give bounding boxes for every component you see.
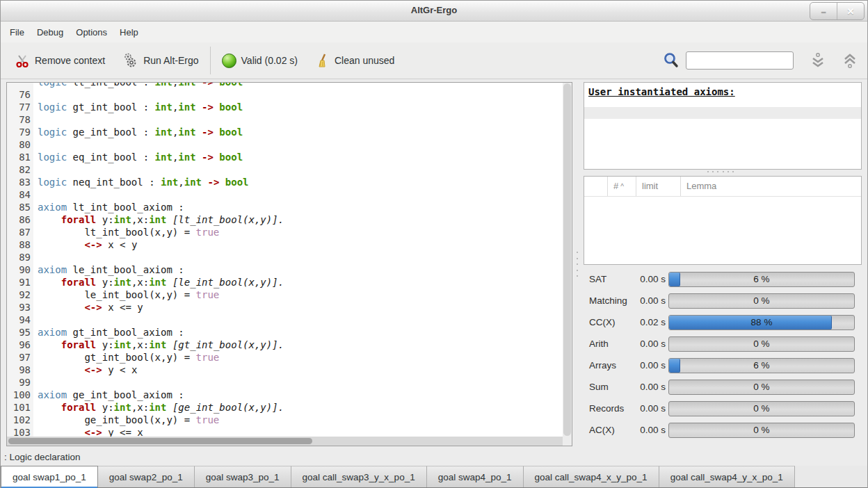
solver-status: Valid (0.02 s) <box>218 49 302 72</box>
line-number: 86 <box>7 213 31 226</box>
editor-vertical-scrollbar[interactable] <box>563 83 572 437</box>
line-number: 90 <box>7 263 31 276</box>
stat-percent: 0 % <box>669 403 854 414</box>
code-line[interactable]: forall y:int,x:int [ge_int_bool(x,y)]. <box>38 401 563 414</box>
broom-icon <box>316 53 330 68</box>
close-button[interactable]: ✕ <box>837 3 864 19</box>
code-area[interactable]: logic lt_int_bool : int,int -> bool logi… <box>33 83 563 437</box>
search-next-icon[interactable] <box>810 52 826 69</box>
line-number: 84 <box>7 188 31 201</box>
tab-goal-swap2_po_1[interactable]: goal swap2_po_1 <box>98 466 195 487</box>
code-line[interactable] <box>38 314 563 326</box>
code-line[interactable]: axiom lt_int_bool_axiom : <box>38 201 563 213</box>
lemma-table: #^ limit Lemma <box>584 176 862 265</box>
tab-goal-call_swap3_y_x_po_1[interactable]: goal call_swap3_y_x_po_1 <box>291 466 427 487</box>
code-line[interactable]: axiom gt_int_bool_axiom : <box>38 326 563 339</box>
tab-goal-swap3_po_1[interactable]: goal swap3_po_1 <box>195 466 291 487</box>
stat-time: 0.00 s <box>634 360 666 371</box>
axioms-empty-row[interactable] <box>584 107 861 119</box>
stat-label: Arith <box>589 339 609 349</box>
stat-time: 0.00 s <box>634 425 666 435</box>
line-number: 94 <box>7 314 31 326</box>
code-line[interactable]: <-> x <= y <box>38 301 563 314</box>
valid-status-label: Valid (0.02 s) <box>241 55 298 66</box>
tab-goal-call_swap4_y_x_po_1[interactable]: goal call_swap4_y_x_po_1 <box>659 466 795 487</box>
stat-label: SAT <box>589 274 606 284</box>
code-line[interactable]: logic eq_int_bool : int,int -> bool <box>38 151 563 163</box>
stat-progressbar: 6 % <box>668 358 855 373</box>
minimize-button[interactable]: – <box>810 3 837 19</box>
vertical-pane-splitter[interactable] <box>577 252 579 277</box>
stat-progressbar: 0 % <box>668 336 855 352</box>
code-line[interactable] <box>38 88 563 101</box>
code-line[interactable]: axiom le_int_bool_axiom : <box>38 263 563 276</box>
code-line[interactable]: gt_int_bool(x,y) = true <box>38 351 563 364</box>
editor-viewport: 7677787980818283848586878889909192939495… <box>7 83 563 437</box>
stat-label: AC(X) <box>589 425 615 435</box>
menu-item-options[interactable]: Options <box>70 24 113 41</box>
code-line[interactable]: forall y:int,x:int [lt_int_bool(x,y)]. <box>38 213 563 226</box>
clean-unused-label: Clean unused <box>335 55 394 66</box>
window-controls: – ✕ <box>810 2 865 20</box>
code-line[interactable] <box>38 163 563 176</box>
code-line[interactable]: <-> y < x <box>38 364 563 376</box>
sort-ascending-icon: ^ <box>620 183 624 190</box>
line-number: 81 <box>7 151 31 163</box>
search-previous-icon[interactable] <box>842 52 858 69</box>
menu-item-file[interactable]: File <box>3 24 31 41</box>
lemma-col-lemma[interactable]: Lemma <box>681 177 861 196</box>
line-number: 79 <box>7 126 31 138</box>
stat-row-arrays: Arrays0.00 s6 % <box>584 355 862 377</box>
code-line[interactable]: logic ge_int_bool : int,int -> bool <box>38 126 563 138</box>
code-line[interactable]: le_int_bool(x,y) = true <box>38 288 563 301</box>
code-line[interactable]: logic neq_int_bool : int,int -> bool <box>38 176 563 188</box>
code-line[interactable]: forall y:int,x:int [gt_int_bool(x,y)]. <box>38 339 563 351</box>
menu-item-debug[interactable]: Debug <box>31 24 70 41</box>
user-axioms-panel[interactable]: User instantiated axioms: <box>584 82 862 170</box>
code-line[interactable]: axiom ge_int_bool_axiom : <box>38 389 563 401</box>
line-number: 103 <box>7 426 31 437</box>
code-line[interactable]: <-> x < y <box>38 238 563 251</box>
code-line[interactable] <box>38 138 563 151</box>
lemma-col-hash[interactable]: #^ <box>608 177 636 196</box>
user-axioms-title: User instantiated axioms: <box>584 83 861 99</box>
run-alt-ergo-button[interactable]: Run Alt-Ergo <box>118 48 202 73</box>
code-line[interactable]: lt_int_bool(x,y) = true <box>38 226 563 238</box>
line-number: 85 <box>7 201 31 213</box>
stat-percent: 6 % <box>669 274 854 284</box>
line-number: 102 <box>7 414 31 426</box>
horizontal-pane-splitter[interactable] <box>707 171 734 172</box>
line-number: 91 <box>7 276 31 288</box>
code-line[interactable] <box>38 251 563 263</box>
code-line[interactable]: logic gt_int_bool : int,int -> bool <box>38 101 563 113</box>
code-line[interactable]: <-> y <= x <box>38 426 563 437</box>
code-line[interactable] <box>38 188 563 201</box>
code-line[interactable]: forall y:int,x:int [le_int_bool(x,y)]. <box>38 276 563 288</box>
code-line[interactable] <box>38 113 563 126</box>
gears-icon <box>122 52 138 69</box>
stat-row-acx: AC(X)0.00 s0 % <box>584 420 862 441</box>
stats-list: SAT0.00 s6 %Matching0.00 s0 %CC(X)0.02 s… <box>584 269 862 447</box>
stat-row-sum: Sum0.00 s0 % <box>584 377 862 398</box>
menu-item-help[interactable]: Help <box>113 24 145 41</box>
tab-goal-swap4_po_1[interactable]: goal swap4_po_1 <box>427 466 524 487</box>
lemma-col-limit[interactable]: limit <box>636 177 681 196</box>
stat-percent: 6 % <box>669 360 854 371</box>
search-input[interactable] <box>686 51 794 70</box>
code-line[interactable] <box>38 376 563 389</box>
line-number: 95 <box>7 326 31 339</box>
clean-unused-button[interactable]: Clean unused <box>312 49 399 72</box>
stat-time: 0.00 s <box>634 339 666 349</box>
line-number: 100 <box>7 389 31 401</box>
tab-goal-call_swap4_x_y_po_1[interactable]: goal call_swap4_x_y_po_1 <box>524 466 659 487</box>
remove-context-button[interactable]: Remove context <box>10 49 109 72</box>
editor-horizontal-scrollbar[interactable] <box>7 437 563 446</box>
stat-progressbar: 0 % <box>668 380 855 395</box>
tab-goal-swap1_po_1[interactable]: goal swap1_po_1 <box>1 466 98 487</box>
stat-progressbar: 6 % <box>668 272 855 287</box>
code-line[interactable]: ge_int_bool(x,y) = true <box>38 414 563 426</box>
code-line-clipped: logic lt_int_bool : int,int -> bool <box>38 83 563 88</box>
scissors-icon <box>15 53 30 68</box>
search-icon <box>662 51 680 70</box>
code-editor[interactable]: 7677787980818283848586878889909192939495… <box>6 82 572 446</box>
